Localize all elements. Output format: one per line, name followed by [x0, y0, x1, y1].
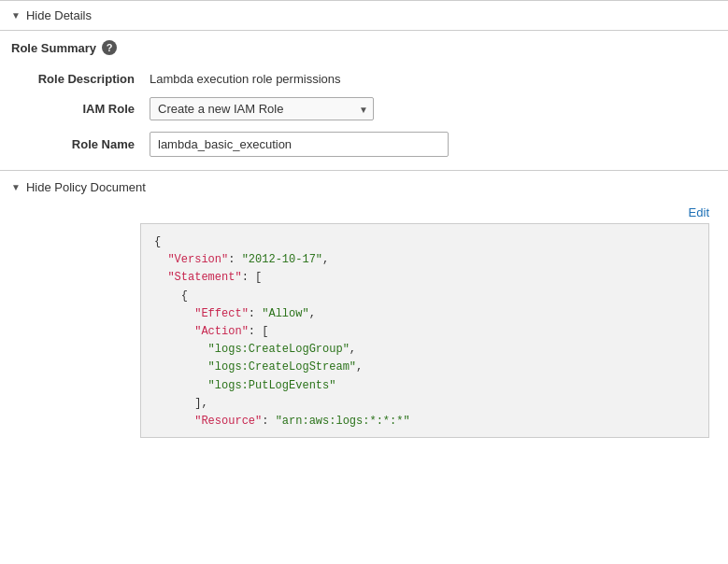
json-key-action: "Action" — [194, 325, 249, 338]
role-summary-title: Role Summary ? — [11, 40, 717, 55]
role-summary-section: Role Summary ? Role Description Lambda e… — [0, 31, 728, 171]
role-name-input[interactable] — [150, 132, 449, 157]
json-value-action-2: "logs:CreateLogStream" — [208, 360, 356, 374]
json-key-statement: "Statement" — [167, 271, 241, 284]
json-value-action-1: "logs:CreateLogGroup" — [208, 343, 350, 356]
role-name-label: Role Name — [11, 126, 142, 162]
policy-triangle-icon: ▼ — [11, 182, 21, 192]
role-name-row: Role Name — [11, 126, 717, 162]
json-line-8: "logs:CreateLogStream", — [154, 359, 695, 376]
iam-role-row: IAM Role Create a new IAM Role Use an ex… — [11, 92, 717, 126]
iam-role-select[interactable]: Create a new IAM Role Use an existing ro… — [150, 97, 374, 120]
role-description-value: Lambda execution role permissions — [150, 72, 341, 86]
role-description-label: Role Description — [11, 66, 142, 92]
hide-details-header[interactable]: ▼ Hide Details — [0, 0, 728, 31]
json-line-10: ], — [154, 395, 695, 413]
json-key-version: "Version" — [167, 253, 228, 266]
hide-details-label: Hide Details — [26, 8, 92, 22]
json-key-resource: "Resource" — [194, 415, 262, 428]
json-line-3: "Statement": [ — [154, 269, 695, 287]
json-line-9: "logs:PutLogEvents" — [154, 377, 695, 395]
json-container[interactable]: { "Version": "2012-10-17", "Statement": … — [140, 223, 709, 438]
policy-toggle-label: Hide Policy Document — [26, 180, 146, 194]
json-line-7: "logs:CreateLogGroup", — [154, 341, 695, 359]
json-value-action-3: "logs:PutLogEvents" — [208, 379, 336, 392]
json-value-version: "2012-10-17" — [242, 253, 322, 266]
role-description-row: Role Description Lambda execution role p… — [11, 66, 717, 92]
edit-link[interactable]: Edit — [689, 205, 709, 219]
edit-link-row: Edit — [0, 204, 728, 223]
json-line-2: "Version": "2012-10-17", — [154, 251, 695, 269]
json-line-1: { — [154, 233, 695, 251]
iam-role-select-wrapper: Create a new IAM Role Use an existing ro… — [150, 97, 374, 120]
triangle-icon: ▼ — [11, 10, 21, 21]
policy-section-header[interactable]: ▼ Hide Policy Document — [0, 171, 728, 204]
json-line-4: { — [154, 288, 695, 305]
json-value-resource: "arn:aws:logs:*:*:*" — [276, 415, 410, 428]
json-key-effect: "Effect" — [194, 307, 249, 320]
help-icon[interactable]: ? — [102, 40, 117, 55]
iam-role-label: IAM Role — [11, 92, 142, 126]
json-line-11: "Resource": "arn:aws:logs:*:*:*" — [154, 413, 695, 430]
json-line-6: "Action": [ — [154, 323, 695, 341]
json-line-5: "Effect": "Allow", — [154, 305, 695, 323]
json-value-effect: "Allow" — [262, 307, 308, 320]
role-summary-form: Role Description Lambda execution role p… — [11, 66, 717, 162]
role-summary-label: Role Summary — [11, 41, 96, 55]
